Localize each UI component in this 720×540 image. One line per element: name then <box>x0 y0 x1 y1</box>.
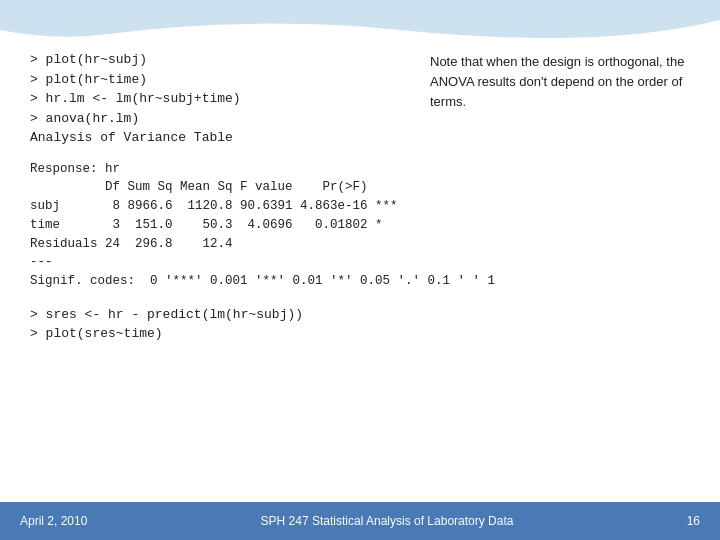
footer-bar: April 2, 2010 SPH 247 Statistical Analys… <box>0 502 720 540</box>
top-code-block: > plot(hr~subj) > plot(hr~time) > hr.lm … <box>30 50 410 148</box>
anova-output: Response: hr Df Sum Sq Mean Sq F value P… <box>30 160 690 291</box>
bottom-code-block: > sres <- hr - predict(lm(hr~subj)) > pl… <box>30 305 690 344</box>
note-box: Note that when the design is orthogonal,… <box>430 50 690 148</box>
footer-date: April 2, 2010 <box>20 514 87 528</box>
footer-page: 16 <box>687 514 700 528</box>
footer-title: SPH 247 Statistical Analysis of Laborato… <box>261 514 514 528</box>
top-section: > plot(hr~subj) > plot(hr~time) > hr.lm … <box>30 50 690 148</box>
main-content: > plot(hr~subj) > plot(hr~time) > hr.lm … <box>0 40 720 500</box>
